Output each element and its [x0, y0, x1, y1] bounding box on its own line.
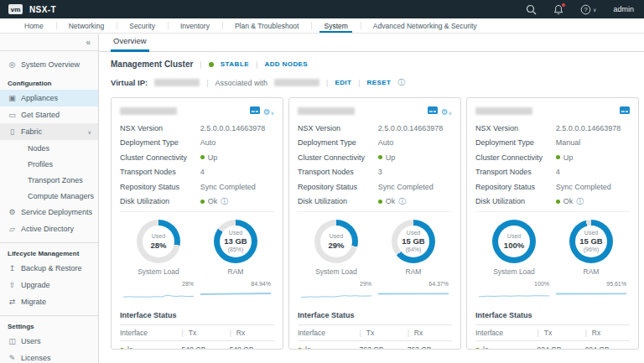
search-icon[interactable]	[526, 4, 537, 15]
user-menu[interactable]: admin	[613, 5, 634, 13]
console-icon[interactable]	[428, 103, 438, 118]
sidebar-item-service-deployments[interactable]: ⚙ Service Deployments	[0, 204, 98, 220]
appliance-card: ⚙∨ NSX Version 2.5.0.0.0.14663978 Deploy…	[111, 97, 283, 350]
field-label: Cluster Connectivity	[298, 153, 378, 162]
divider: |	[230, 329, 231, 337]
sidebar-item-get-started[interactable]: ▭ Get Started	[0, 106, 98, 123]
nav-tab-home[interactable]: Home	[12, 18, 56, 33]
nav-tab-advanced-networking[interactable]: Advanced Networking & Security	[361, 18, 490, 33]
sidebar-item-label: System Overview	[21, 60, 80, 69]
ram-caption: RAM	[406, 267, 422, 276]
up-status-dot	[378, 155, 382, 159]
system-load-donut: Used 28%	[137, 220, 180, 263]
ram-percent: (85%)	[224, 246, 247, 253]
reset-button[interactable]: RESET	[367, 79, 392, 86]
field-value: Ok	[564, 197, 574, 205]
usage-charts: Used 100% System Load Used 15 GB (96%) R…	[475, 211, 630, 276]
col-header-interface: Interface	[475, 325, 538, 341]
info-icon[interactable]: ⓘ	[221, 196, 228, 207]
edit-button[interactable]: EDIT	[335, 79, 351, 86]
usage-charts: Used 28% System Load Used 13 GB (85%) RA…	[120, 211, 274, 276]
donut-used-label: Used	[504, 233, 524, 240]
divider: |	[538, 329, 539, 337]
divider: |	[326, 79, 328, 87]
interface-rx: 548 GB	[230, 341, 274, 350]
licenses-icon: ✎	[8, 354, 17, 362]
info-icon[interactable]: ⓘ	[576, 196, 584, 207]
sidebar-item-label: Fabric	[21, 127, 42, 136]
nav-tab-system[interactable]: System	[311, 18, 360, 33]
field-value: Up	[386, 153, 396, 162]
sidebar-item-migrate[interactable]: ⇄ Migrate	[0, 293, 98, 310]
main-content: Overview Management Cluster | STABLE | A…	[99, 34, 644, 363]
sidebar-item-appliances[interactable]: ▣ Appliances	[0, 90, 98, 106]
info-icon[interactable]: ⓘ	[397, 77, 405, 88]
gear-icon[interactable]: ⚙∨	[441, 103, 452, 118]
sidebar-collapse-icon[interactable]: «	[86, 38, 91, 47]
interface-name: lo	[305, 345, 311, 350]
table-row: lo 924 GB 924 GB	[475, 341, 630, 350]
sidebar-item-system-overview[interactable]: ◎ System Overview	[0, 56, 98, 73]
donut-used-label: Used	[224, 230, 247, 236]
sidebar-item-active-directory[interactable]: ▱ Active Directory	[0, 220, 98, 237]
sidebar-item-fabric[interactable]: ▯ Fabric ∨	[0, 123, 98, 140]
interface-name: lo	[483, 345, 489, 350]
field-label: Disk Utilization	[298, 197, 378, 205]
field-deployment-type: Deployment Type Auto	[120, 136, 274, 151]
field-value: 2.5.0.0.0.14663978	[556, 124, 621, 132]
nav-tab-inventory[interactable]: Inventory	[168, 18, 222, 33]
sidebar-item-transport-zones[interactable]: Transport Zones	[0, 172, 98, 188]
system-load-donut: Used 100%	[492, 220, 536, 263]
field-value: Sync Completed	[556, 183, 611, 191]
field-repository-status: Repository Status Sync Completed	[120, 179, 274, 194]
system-load-donut-cell: Used 100% System Load	[475, 220, 553, 276]
console-icon[interactable]	[620, 103, 630, 118]
interface-status-title: Interface Status	[120, 309, 274, 324]
field-transport-nodes: Transport Nodes 4	[475, 165, 630, 180]
col-header-rx: Rx	[414, 329, 423, 337]
ram-sparkline: 64.37%	[375, 281, 452, 303]
gear-icon[interactable]: ⚙∨	[263, 103, 274, 118]
sidebar-item-upgrade[interactable]: ⇧ Upgrade	[0, 277, 98, 293]
nav-tab-security[interactable]: Security	[117, 18, 168, 33]
system-load-trend-label: 28%	[123, 281, 194, 287]
redacted-appliance-ip	[298, 107, 355, 115]
field-disk-utilization: Disk Utilization Okⓘ	[298, 194, 452, 210]
sidebar-item-label: Appliances	[21, 94, 58, 102]
ram-donut-cell: Used 15 GB (64%) RAM	[375, 220, 452, 276]
ram-sparkline: 95.61%	[553, 281, 630, 303]
console-icon[interactable]	[250, 103, 260, 118]
sidebar-item-profiles[interactable]: Profiles	[0, 156, 98, 172]
info-icon[interactable]: ⓘ	[398, 196, 406, 207]
appliance-card: ⚙∨ NSX Version 2.5.0.0.0.14663978 Deploy…	[288, 97, 461, 350]
system-load-sparkline: 29%	[298, 281, 375, 303]
active-directory-icon: ▱	[8, 225, 17, 233]
nav-tab-plan-troubleshoot[interactable]: Plan & Troubleshoot	[222, 18, 312, 33]
field-label: Deployment Type	[120, 138, 200, 147]
sidebar-item-backup-restore[interactable]: ↥ Backup & Restore	[0, 260, 98, 277]
field-cluster-connectivity: Cluster Connectivity Up	[475, 150, 630, 165]
ram-caption: RAM	[584, 267, 600, 276]
interface-tx: 763 GB	[360, 341, 408, 350]
cluster-status-badge: STABLE	[221, 60, 249, 68]
sidebar-item-nodes[interactable]: Nodes	[0, 140, 98, 156]
ok-status-dot	[378, 200, 382, 204]
field-value: 2.5.0.0.0.14663978	[200, 124, 266, 132]
cluster-status-dot	[209, 62, 214, 67]
ram-caption: RAM	[228, 267, 244, 276]
get-started-icon: ▭	[8, 111, 17, 119]
sidebar-item-compute-managers[interactable]: Compute Managers	[0, 188, 98, 204]
nav-tab-networking[interactable]: Networking	[56, 18, 117, 33]
field-label: NSX Version	[475, 124, 556, 132]
interface-up-dot	[475, 348, 480, 350]
notifications-bell-icon[interactable]	[553, 4, 564, 15]
vmware-logo[interactable]: vm	[8, 4, 23, 14]
tab-overview[interactable]: Overview	[111, 36, 149, 52]
help-icon[interactable]: ? ∨	[580, 4, 596, 15]
col-header-tx: Tx	[366, 329, 374, 337]
field-label: Deployment Type	[475, 138, 556, 147]
add-nodes-button[interactable]: ADD NODES	[264, 60, 308, 68]
sidebar-item-licenses[interactable]: ✎ Licenses	[0, 350, 98, 363]
trend-sparklines: 28% 84.94%	[120, 281, 274, 303]
sidebar-item-users[interactable]: ◫ Users	[0, 333, 98, 350]
